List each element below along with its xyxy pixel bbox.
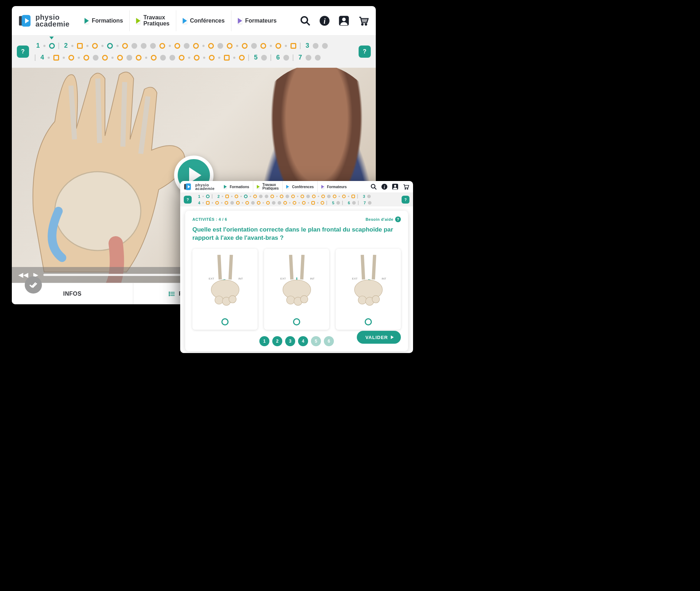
header: physioacademie Formations TravauxPratiqu… — [180, 181, 413, 193]
brand-name: physioacademie — [195, 183, 215, 191]
play-icon — [238, 18, 242, 24]
step-ring[interactable] — [92, 43, 98, 49]
primary-nav: Formations TravauxPratiques Conférences … — [220, 181, 350, 192]
nav-formateurs[interactable]: Formateurs — [231, 10, 283, 31]
play-icon — [257, 185, 260, 189]
brand-logo[interactable]: physioacademie — [18, 14, 69, 28]
progress-rail: ? 1 2 3 — [12, 35, 376, 68]
answer-options: EXTINT EXTINT EXTINT — [192, 249, 401, 330]
section-number: 7 — [297, 54, 302, 61]
play-icon — [183, 18, 187, 24]
play-icon — [85, 18, 89, 24]
nav-formateurs[interactable]: Formateurs — [317, 181, 350, 192]
svg-point-3 — [301, 16, 308, 23]
rewind-icon[interactable]: ◀◀ — [18, 271, 28, 279]
step-current[interactable] — [49, 43, 55, 49]
svg-point-9 — [362, 24, 363, 25]
cart-icon[interactable] — [402, 183, 409, 190]
svg-text:INT: INT — [238, 277, 243, 280]
page-2[interactable]: 2 — [272, 336, 282, 346]
page-3[interactable]: 3 — [285, 336, 295, 346]
svg-point-8 — [342, 18, 346, 21]
brand-name: physioacademie — [35, 14, 69, 28]
account-icon[interactable] — [338, 15, 350, 27]
section-number: 2 — [63, 42, 68, 49]
radio-icon — [365, 318, 372, 325]
search-icon[interactable] — [299, 15, 311, 27]
svg-line-11 — [71, 86, 75, 139]
svg-point-60 — [372, 295, 379, 303]
info-icon[interactable]: i — [318, 15, 331, 27]
cart-icon[interactable] — [357, 15, 369, 27]
svg-point-33 — [394, 185, 396, 187]
option-image: EXTINT — [338, 252, 399, 316]
play-icon — [136, 18, 140, 24]
section-number: 1 — [35, 42, 40, 49]
svg-text:INT: INT — [310, 277, 315, 280]
help-badge-right[interactable]: ? — [359, 46, 371, 58]
section-number: 5 — [253, 54, 258, 61]
brand-logo-icon — [184, 183, 192, 191]
page-1[interactable]: 1 — [259, 336, 269, 346]
svg-line-54 — [373, 255, 374, 280]
step-square[interactable] — [77, 43, 83, 49]
validate-button[interactable]: VALIDER — [357, 331, 401, 344]
svg-line-29 — [374, 187, 376, 189]
svg-text:EXT: EXT — [208, 277, 214, 280]
radio-icon — [293, 318, 300, 325]
svg-point-21 — [169, 295, 169, 296]
step-ring[interactable] — [107, 43, 113, 49]
section-number: 4 — [39, 54, 44, 61]
nav-travaux-pratiques[interactable]: TravauxPratiques — [129, 10, 176, 31]
svg-point-10 — [365, 24, 367, 25]
account-icon[interactable] — [392, 183, 399, 190]
caret-down-icon — [49, 37, 54, 39]
svg-point-28 — [371, 184, 375, 188]
help-badge-left[interactable]: ? — [17, 46, 29, 58]
nav-formations[interactable]: Formations — [78, 10, 129, 31]
nav-conferences[interactable]: Conférences — [282, 181, 317, 192]
nav-conferences[interactable]: Conférences — [176, 10, 231, 31]
progress-row-1: 1 2 3 — [35, 42, 353, 49]
pagination: 1 2 3 4 5 6 — [259, 336, 334, 346]
svg-point-50 — [286, 296, 294, 304]
svg-point-52 — [300, 295, 308, 303]
section-number: 6 — [275, 54, 280, 61]
quiz-card: ACTIVITÉS : 4 / 6 Besoin d'aide? Quelle … — [185, 211, 408, 351]
info-icon[interactable]: i — [381, 183, 388, 190]
nav-formations[interactable]: Formations — [220, 181, 253, 192]
svg-line-37 — [230, 255, 231, 280]
svg-line-13 — [123, 82, 125, 147]
progress-row-2: 4 5 6 7 — [35, 54, 353, 61]
progress-rail: ? 1 2 3 4 5 6 7 — [180, 193, 413, 206]
nav-travaux-pratiques[interactable]: TravauxPratiques — [253, 181, 283, 192]
page-4[interactable]: 4 — [298, 336, 308, 346]
option-3[interactable]: EXTINT — [336, 249, 401, 330]
complete-badge[interactable] — [25, 276, 42, 294]
search-icon[interactable] — [370, 183, 377, 190]
option-2[interactable]: EXTINT — [264, 249, 329, 330]
need-help-link[interactable]: Besoin d'aide? — [365, 216, 401, 222]
brand-logo[interactable]: physioacademie — [184, 183, 215, 191]
header: physioacademie Formations TravauxPratiqu… — [12, 6, 376, 35]
svg-point-20 — [169, 293, 169, 294]
svg-line-4 — [307, 22, 310, 25]
dot-icon — [43, 45, 45, 47]
svg-text:EXT: EXT — [352, 277, 358, 280]
section-number: 3 — [304, 42, 309, 49]
brand-logo-icon — [18, 14, 32, 28]
option-1[interactable]: EXTINT — [192, 249, 258, 330]
svg-point-19 — [169, 292, 169, 292]
double-check-icon — [29, 280, 38, 290]
step-ring[interactable] — [122, 43, 128, 49]
help-badge-right[interactable]: ? — [402, 196, 409, 204]
help-badge-left[interactable]: ? — [184, 196, 192, 204]
option-image: EXTINT — [195, 252, 255, 316]
svg-point-35 — [407, 189, 408, 189]
page-6[interactable]: 6 — [324, 336, 334, 346]
option-image: EXTINT — [266, 252, 327, 316]
page-5[interactable]: 5 — [311, 336, 321, 346]
list-icon — [169, 291, 175, 297]
svg-text:INT: INT — [382, 277, 386, 280]
question-text: Quelle est l'orientation correcte dans l… — [192, 226, 401, 242]
